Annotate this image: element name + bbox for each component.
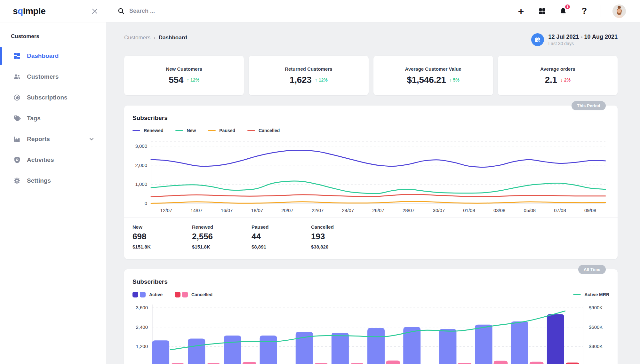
kpi-delta: ↑12% [187, 77, 199, 83]
subscriber-stats-row: New 698 $151.8K Renewed 2,556 $151.8K Pa… [124, 218, 618, 252]
kpi-card-returned-customers: Returned Customers 1,623 ↑12% [249, 56, 368, 95]
kpi-card-new-customers: New Customers 554 ↑12% [124, 56, 244, 95]
legend-square-swatch [132, 292, 138, 297]
sidebar-item-label: Tags [27, 115, 41, 122]
svg-text:1,000: 1,000 [135, 181, 147, 187]
kpi-delta: ↑5% [449, 77, 459, 83]
grid-icon [538, 7, 546, 15]
question-mark-icon: ? [582, 6, 587, 16]
svg-text:1,200: 1,200 [136, 344, 148, 349]
user-avatar[interactable] [612, 4, 626, 18]
add-button[interactable]: + [516, 6, 526, 16]
legend-line-swatch [573, 294, 581, 295]
subscribers-period-card: This Period Subscribers Renewed New Paus… [124, 106, 618, 259]
svg-text:24/07: 24/07 [342, 208, 354, 213]
subscriptions-icon [13, 94, 21, 101]
legend-cancelled-bars: Cancelled [175, 292, 212, 297]
alltime-badge[interactable]: All Time [578, 265, 606, 274]
reports-icon [13, 136, 21, 143]
app-logo: sqimple [13, 6, 45, 16]
activities-icon [13, 156, 21, 163]
legend-square-swatch [182, 292, 188, 297]
svg-text:3,000: 3,000 [135, 143, 147, 149]
sidebar-item-label: Activities [27, 156, 54, 163]
date-range-sublabel: Last 30 days [548, 41, 618, 46]
search-icon [118, 8, 125, 15]
chart-title: Subscribers [132, 115, 609, 122]
kpi-card-average-customer-value: Average Customer Value $1,546.21 ↑5% [373, 56, 493, 95]
date-range-picker[interactable]: 12 Jul 2021 - 10 Aug 2021 Last 30 days [531, 33, 618, 46]
search-input[interactable] [129, 8, 264, 14]
sidebar-item-settings[interactable]: Settings [0, 173, 106, 189]
plus-icon: + [518, 6, 524, 16]
close-icon[interactable] [91, 8, 98, 15]
calendar-icon [531, 33, 544, 46]
stat-cancelled: Cancelled 193 $38,820 [311, 224, 349, 249]
trend-arrow-icon: ↑ [315, 77, 317, 83]
notification-badge: 1 [564, 4, 571, 10]
subscribers-line-chart: 01,0002,0003,00012/0714/0716/0718/0720/0… [132, 138, 609, 216]
help-button[interactable]: ? [580, 6, 589, 16]
kpi-value: 1,623 [290, 75, 312, 85]
svg-text:12/07: 12/07 [160, 208, 172, 213]
legend-new: New [175, 128, 196, 133]
svg-text:2,400: 2,400 [136, 324, 148, 330]
stat-paused: Paused 44 $8,891 [252, 224, 290, 249]
stat-new: New 698 $151.8K [132, 224, 171, 249]
tag-icon [13, 115, 21, 122]
kpi-delta: ↑12% [315, 77, 328, 83]
date-range-label: 12 Jul 2021 - 10 Aug 2021 [548, 34, 618, 40]
kpi-value: 554 [169, 75, 183, 85]
period-badge[interactable]: This Period [572, 101, 606, 110]
apps-grid-button[interactable] [537, 6, 547, 16]
topbar-logo-section: sqimple [0, 0, 106, 22]
chevron-down-icon [89, 136, 94, 142]
sidebar-item-subscriptions[interactable]: Subscriptions [0, 90, 106, 106]
notifications-button[interactable]: 1 [558, 6, 568, 16]
legend-line-swatch [247, 130, 255, 131]
sidebar-item-customers[interactable]: Customers [0, 69, 106, 85]
svg-text:03/08: 03/08 [493, 208, 506, 213]
trend-arrow-icon: ↑ [187, 77, 189, 83]
sidebar-item-label: Customers [27, 73, 59, 80]
topbar: sqimple + 1 ? [0, 0, 640, 22]
breadcrumb-customers[interactable]: Customers [124, 35, 150, 41]
stat-renewed: Renewed 2,556 $151.8K [192, 224, 230, 249]
kpi-label: New Customers [166, 66, 202, 72]
search-bar [106, 8, 516, 15]
legend-line-swatch [132, 130, 140, 131]
main-content: Customers › Dashboard 12 Jul 2021 - 10 A… [106, 22, 640, 364]
sidebar-item-label: Reports [27, 136, 50, 143]
svg-text:07/08: 07/08 [554, 208, 566, 213]
sidebar-item-label: Subscriptions [27, 94, 68, 101]
legend-paused: Paused [208, 128, 235, 133]
legend-cancelled: Cancelled [247, 128, 280, 133]
svg-text:26/07: 26/07 [372, 208, 384, 213]
sidebar-item-activities[interactable]: Activities [0, 152, 106, 168]
users-icon [13, 73, 21, 80]
svg-text:20/07: 20/07 [281, 208, 293, 213]
legend-active: Active [132, 292, 163, 297]
svg-text:$600K: $600K [589, 324, 603, 330]
active-indicator [0, 47, 2, 65]
svg-text:09/08: 09/08 [584, 208, 596, 213]
topbar-divider [601, 5, 601, 17]
sidebar-section-label: Customers [0, 33, 106, 40]
breadcrumb-separator: › [154, 35, 156, 41]
svg-text:14/07: 14/07 [190, 208, 203, 213]
svg-text:3,600: 3,600 [136, 305, 148, 310]
subscribers-bar-chart: 001,200$300K2,400$600K3,600$900KSepOctNo… [132, 302, 609, 364]
svg-text:0: 0 [145, 201, 147, 206]
svg-text:30/07: 30/07 [433, 208, 445, 213]
sidebar: Customers Dashboard Customers Subscripti… [0, 22, 106, 364]
sidebar-item-tags[interactable]: Tags [0, 110, 106, 126]
kpi-label: Returned Customers [285, 66, 332, 72]
trend-arrow-icon: ↓ [560, 77, 563, 83]
kpi-card-average-orders: Average orders 2.1 ↓2% [498, 56, 618, 95]
legend-line-swatch [208, 130, 216, 131]
sidebar-item-reports[interactable]: Reports [0, 131, 106, 147]
svg-text:28/07: 28/07 [403, 208, 415, 213]
svg-text:05/08: 05/08 [524, 208, 536, 213]
svg-text:22/07: 22/07 [312, 208, 324, 213]
sidebar-item-dashboard[interactable]: Dashboard [0, 48, 106, 64]
